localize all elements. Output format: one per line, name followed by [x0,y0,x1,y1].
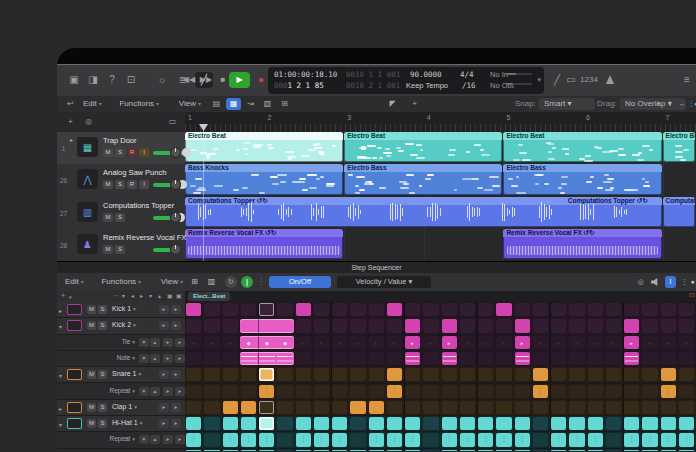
step-cell[interactable] [679,319,694,332]
region[interactable]: Computations T ↺↻ [663,197,695,227]
power-icon[interactable]: | [241,276,253,288]
track-i-button[interactable]: I [139,148,149,157]
row-action-a[interactable]: ▸ [159,419,169,428]
step-cell[interactable] [223,352,238,365]
row-name[interactable]: Hi-Hat 1 ▾ [112,419,142,426]
step-cell[interactable]: ⋮ [679,433,694,446]
track-lane[interactable]: Remix Reverse Vocal FX ↺↻Remix Reverse V… [185,229,696,262]
step-cell[interactable] [642,319,657,332]
step-cell[interactable] [551,352,566,365]
row-mute-button[interactable]: M [87,419,96,428]
step-cell[interactable] [405,368,420,381]
step-cell[interactable] [533,401,548,414]
row-action-b[interactable]: ▸ [171,370,181,379]
step-cell[interactable]: ⋮ [515,385,530,398]
step-cell[interactable] [606,303,621,316]
step-cell[interactable] [423,401,438,414]
command-tool-select[interactable]: + [407,98,422,110]
step-cell[interactable] [642,417,657,430]
step-cell[interactable] [369,450,384,451]
arrange-menu-view[interactable]: View▾ [179,98,201,110]
arrange-menu-functions[interactable]: Functions▾ [119,98,159,110]
step-cell[interactable]: ▸ [606,336,621,349]
step-cell[interactable] [661,401,676,414]
step-cell[interactable] [296,450,311,451]
step-cell[interactable] [515,352,530,365]
marquee-icon[interactable]: ▧ [260,98,275,110]
step-cell[interactable]: ⋮ [624,433,639,446]
step-cell[interactable]: ⋮ [405,385,420,398]
step-cell[interactable] [588,352,603,365]
step-cell[interactable] [186,401,201,414]
step-cell[interactable] [296,417,311,430]
track-header[interactable]: 26⋀Analog Saw PunchMSRI [57,164,185,198]
subrow-name[interactable]: Tie ▾ [65,338,135,345]
subrow-action-b[interactable]: ▸ [175,387,185,396]
zoom-slider-handle[interactable]: ● [691,98,696,110]
step-cell[interactable] [679,303,694,316]
step-cell[interactable] [515,450,530,451]
step-cell[interactable]: ⋮ [350,385,365,398]
step-cell[interactable] [259,417,274,430]
step-cell[interactable] [223,401,238,414]
step-cell[interactable] [679,417,694,430]
step-cell[interactable] [204,368,219,381]
row-disclosure-icon[interactable]: ▸ [59,307,62,314]
step-cell[interactable] [478,450,493,451]
step-cell[interactable]: ▸ [551,336,566,349]
step-cell[interactable] [387,368,402,381]
step-cell[interactable] [442,401,457,414]
step-cell[interactable]: ⋮ [533,433,548,446]
track-lane[interactable]: Computations Topper ↺↻Computations Toppe… [185,197,696,230]
step-cell[interactable] [515,368,530,381]
subrow-decrement[interactable]: ▾ [139,387,149,396]
editors-grid-icon[interactable]: ▤ [209,98,224,110]
step-cell[interactable] [296,401,311,414]
step-cell[interactable] [276,352,294,365]
subrow-increment[interactable]: ▴ [150,387,160,396]
step-cell[interactable] [624,368,639,381]
pattern-region-icon[interactable]: ▥ [204,276,219,288]
play-button[interactable]: ▶ [229,72,250,88]
step-cell[interactable] [314,352,329,365]
step-cell[interactable] [259,401,274,414]
step-cell[interactable]: ⋮ [442,433,457,446]
step-cell[interactable] [277,450,292,451]
step-cell[interactable] [241,401,256,414]
step-cell[interactable] [186,303,201,316]
rewind-button[interactable]: ◀◀ [181,72,197,88]
row-header-hi-hat-1[interactable]: ▾MSHi-Hat 1 ▾▸▸ [57,416,185,432]
step-cell[interactable]: ◆ [240,336,258,349]
step-cell[interactable] [606,417,621,430]
subrow-action-b[interactable]: ▸ [175,354,185,363]
step-cell[interactable] [405,303,420,316]
step-cell[interactable]: ◆ [276,336,294,349]
subrow-decrement[interactable]: ▾ [139,354,149,363]
step-cell[interactable]: ⋮ [478,385,493,398]
step-cell[interactable] [569,352,584,365]
step-cell[interactable]: ⋮ [369,385,384,398]
step-cell[interactable]: ⋮ [204,385,219,398]
step-cell[interactable] [588,368,603,381]
row-disclosure-icon[interactable]: ▾ [59,323,62,330]
row-disclosure-icon[interactable]: ▾ [59,372,62,379]
step-cell[interactable] [276,319,294,332]
step-cell[interactable]: ⋮ [387,385,402,398]
step-cell[interactable] [387,450,402,451]
step-cell[interactable] [661,352,676,365]
step-cell[interactable] [350,417,365,430]
step-cell[interactable] [204,352,219,365]
step-cell[interactable] [350,450,365,451]
step-cell[interactable] [606,401,621,414]
step-cell[interactable]: ⋮ [204,433,219,446]
step-cell[interactable]: ⋮ [679,385,694,398]
step-cell[interactable] [314,417,329,430]
step-cell[interactable] [259,303,274,316]
step-cell[interactable] [387,417,402,430]
step-cell[interactable]: ▸ [515,336,530,349]
toolbar-kebab-icon[interactable]: ⋮ [257,276,265,288]
step-cell[interactable] [551,303,566,316]
subrow-action-a[interactable]: ▸ [163,435,173,444]
row-header-repeat[interactable]: Repeat ▾▾▴▸▸ [57,384,185,400]
step-cell[interactable] [405,352,420,365]
